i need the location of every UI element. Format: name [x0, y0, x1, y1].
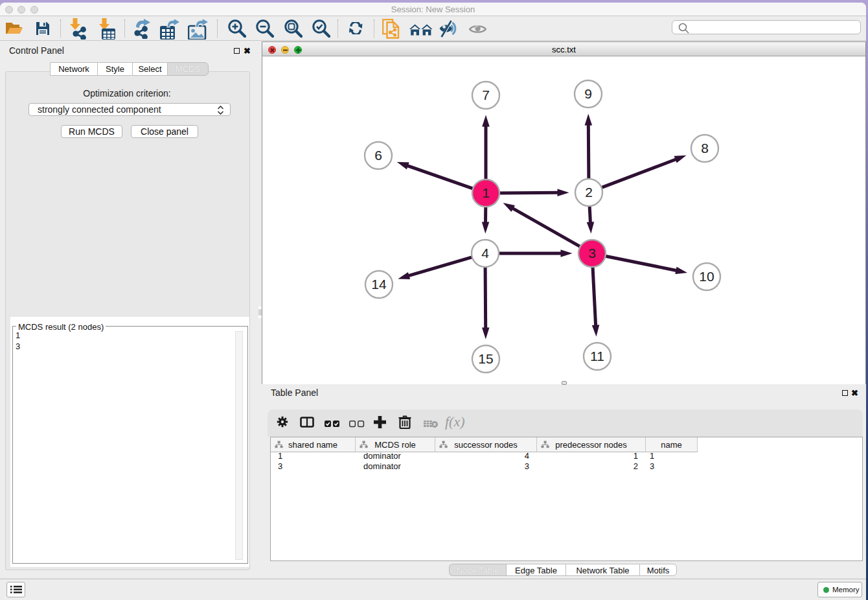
svg-text:1: 1 — [482, 185, 490, 200]
svg-text:9: 9 — [584, 86, 592, 101]
svg-text:6: 6 — [374, 148, 382, 163]
svg-text:3: 3 — [588, 246, 596, 260]
svg-text:11: 11 — [590, 349, 604, 363]
svg-text:14: 14 — [371, 277, 387, 292]
svg-text:7: 7 — [482, 87, 490, 102]
svg-text:8: 8 — [701, 141, 709, 156]
svg-text:2: 2 — [585, 185, 593, 200]
svg-text:4: 4 — [481, 246, 489, 260]
svg-text:10: 10 — [699, 269, 714, 284]
svg-text:15: 15 — [478, 351, 493, 366]
